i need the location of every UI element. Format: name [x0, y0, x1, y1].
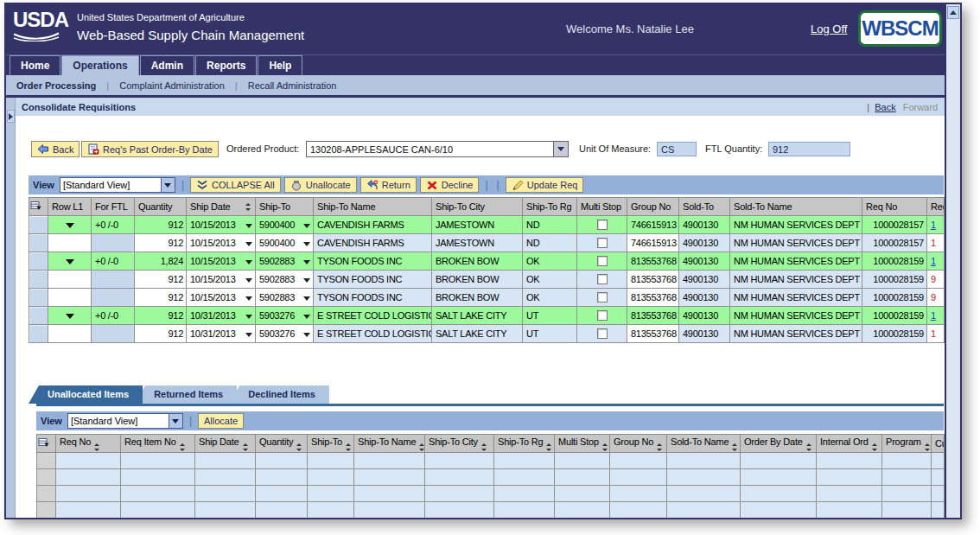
return-button[interactable]: Return [360, 177, 417, 193]
nav-tab-home[interactable]: Home [10, 55, 60, 75]
row-selector[interactable] [37, 486, 56, 502]
ship-date-cell[interactable]: 10/15/2013 [187, 271, 256, 289]
col-header-ship-to-name[interactable]: Ship-To Name [314, 198, 432, 216]
shipto-dropdown-icon[interactable] [303, 242, 310, 246]
shipto-dropdown-icon[interactable] [303, 224, 310, 228]
view-dropdown[interactable]: [Standard View] [60, 177, 175, 193]
decline-button[interactable]: Decline [420, 177, 480, 193]
ship-to-cell[interactable]: 5903276 [256, 307, 314, 325]
col-header-ship-date[interactable]: Ship Date [187, 198, 256, 216]
ship-to-cell[interactable]: 5902883 [256, 252, 314, 271]
shipto-dropdown-icon[interactable] [303, 315, 310, 319]
col-header-ship-to[interactable]: Ship-To [308, 435, 354, 453]
scroll-up-button[interactable] [947, 6, 959, 19]
sort-icon[interactable] [732, 443, 737, 451]
col-header-multi-stop[interactable]: Multi Stop [555, 435, 610, 453]
date-dropdown-icon[interactable] [245, 260, 252, 264]
multi-stop-checkbox[interactable] [597, 328, 608, 339]
vertical-scrollbar[interactable] [945, 4, 960, 518]
col-header-order-by-date[interactable]: Order By Date [741, 435, 817, 453]
col-header-program[interactable]: Program [882, 435, 932, 453]
nav-tab-reports[interactable]: Reports [195, 55, 257, 75]
group-no-cell[interactable]: 813553768 [627, 325, 679, 343]
ship-date-cell[interactable]: 10/31/2013 [187, 307, 256, 325]
col-header-req[interactable]: Req [927, 198, 945, 216]
col-header-cus[interactable]: Cus [932, 435, 945, 453]
unallocate-button[interactable]: Unallocate [284, 177, 357, 193]
allocate-button[interactable]: Allocate [198, 413, 244, 429]
sort-icon[interactable] [602, 443, 608, 451]
col-header-sold-to-name[interactable]: Sold-To Name [667, 435, 741, 453]
date-dropdown-icon[interactable] [245, 333, 252, 337]
col-header-ship-to-rg[interactable]: Ship-To Rg [523, 198, 577, 216]
tab-returned-items[interactable]: Returned Items [135, 385, 237, 404]
sort-icon[interactable] [180, 443, 185, 451]
multi-stop-checkbox[interactable] [597, 220, 608, 230]
col-header-quantity[interactable]: Quantity [135, 198, 187, 216]
shipto-dropdown-icon[interactable] [303, 296, 310, 301]
row-selector[interactable] [29, 271, 48, 289]
col-header-ship-date[interactable]: Ship Date [195, 435, 256, 453]
dropdown-arrow-icon[interactable] [553, 142, 568, 156]
tab-declined-items[interactable]: Declined Items [229, 385, 329, 404]
subnav-order-processing[interactable]: Order Processing [16, 80, 96, 91]
col-header-group-no[interactable]: Group No [627, 198, 679, 216]
col-header-req-item-no[interactable]: Req Item No [121, 435, 195, 453]
row-selector[interactable] [29, 252, 48, 271]
row-selector[interactable] [37, 502, 56, 519]
multi-stop-checkbox[interactable] [597, 292, 608, 303]
col-header-req-no[interactable]: Req No [56, 435, 121, 453]
row-selector[interactable] [29, 234, 48, 252]
multi-stop-checkbox[interactable] [597, 310, 608, 321]
log-off-link[interactable]: Log Off [811, 22, 847, 35]
row-selector[interactable] [29, 289, 48, 307]
date-dropdown-icon[interactable] [245, 278, 252, 283]
ship-date-cell[interactable]: 10/15/2013 [187, 216, 256, 234]
collapse-all-button[interactable]: COLLAPSE All [190, 177, 281, 193]
quantity-cell[interactable]: 912 [135, 234, 187, 252]
collapse-row-icon[interactable] [66, 314, 74, 319]
row-expander-cell[interactable] [48, 307, 92, 325]
row-expander-cell[interactable] [48, 216, 92, 234]
row-selector[interactable] [37, 469, 56, 486]
shipto-dropdown-icon[interactable] [303, 278, 310, 283]
multi-stop-checkbox[interactable] [597, 274, 608, 284]
collapse-row-icon[interactable] [66, 223, 74, 228]
ship-to-cell[interactable]: 5902883 [256, 289, 314, 307]
sort-icon[interactable] [546, 443, 551, 451]
shipto-dropdown-icon[interactable] [303, 260, 310, 264]
sort-icon[interactable] [296, 443, 302, 451]
date-dropdown-icon[interactable] [245, 242, 252, 246]
row-expander-cell[interactable] [48, 252, 92, 271]
ship-date-cell[interactable]: 10/31/2013 [187, 325, 256, 343]
col-header-ship-to[interactable]: Ship-To [256, 198, 314, 216]
back-button[interactable]: Back [31, 141, 80, 157]
nav-tab-help[interactable]: Help [258, 55, 302, 75]
sort-icon[interactable] [94, 443, 99, 451]
group-no-cell[interactable]: 746615913 [627, 234, 679, 252]
group-no-cell[interactable]: 813553768 [627, 271, 679, 289]
quantity-cell[interactable]: 912 [135, 271, 187, 289]
update-req-button[interactable]: Update Req [506, 177, 584, 193]
collapse-row-icon[interactable] [66, 259, 74, 264]
date-dropdown-icon[interactable] [245, 315, 252, 319]
sort-icon[interactable] [245, 203, 251, 211]
col-header-group-no[interactable]: Group No [610, 435, 667, 453]
nav-tab-operations[interactable]: Operations [61, 55, 138, 75]
sort-icon[interactable] [872, 443, 877, 451]
history-back-link[interactable]: Back [875, 102, 895, 112]
col-header-sold-to[interactable]: Sold-To [679, 198, 730, 216]
shipto-dropdown-icon[interactable] [303, 333, 310, 337]
dropdown-arrow-icon[interactable] [169, 414, 182, 428]
ship-date-cell[interactable]: 10/15/2013 [187, 252, 256, 271]
group-no-cell[interactable]: 813553768 [627, 289, 679, 307]
sort-icon[interactable] [346, 443, 351, 451]
multi-stop-checkbox[interactable] [597, 238, 608, 248]
col-header-ship-to-city[interactable]: Ship-To City [425, 435, 494, 453]
col-header-quantity[interactable]: Quantity [256, 435, 308, 453]
sort-icon[interactable] [806, 443, 811, 451]
date-dropdown-icon[interactable] [245, 296, 252, 301]
row-selector[interactable] [29, 307, 48, 325]
col-header-for-ftl[interactable]: For FTL [92, 198, 135, 216]
dropdown-arrow-icon[interactable] [161, 178, 175, 192]
